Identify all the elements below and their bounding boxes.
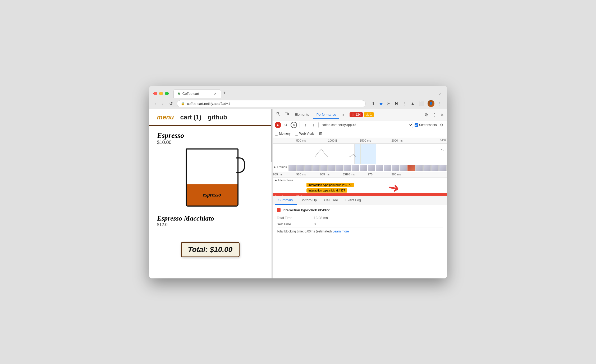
perf-toolbar: ● ↺ ⊘ ↑ ↓ coffee-cart.netlify.app #3 Scr…: [273, 120, 447, 130]
svg-rect-3: [288, 113, 289, 115]
minimize-button[interactable]: [159, 92, 163, 95]
url-bar[interactable]: 🔒 coffee-cart.netlify.app/?ad=1: [177, 100, 366, 107]
summary-color-indicator: [277, 208, 281, 212]
address-bar: ‹ › ↺ 🔒 coffee-cart.netlify.app/?ad=1 ⬆ …: [149, 98, 447, 109]
reload-button[interactable]: ↺: [168, 100, 174, 107]
detail-ruler: 955 ms 960 ms 965 ms 333. 970 ms 975 980…: [273, 172, 447, 178]
memory-checkbox-label[interactable]: Memory: [275, 132, 291, 136]
mini-frame: [360, 165, 367, 171]
scrollbar-thumb[interactable]: [271, 109, 272, 162]
frames-arrow: ►: [274, 165, 277, 169]
scrollbar[interactable]: [271, 109, 272, 278]
reload-record-button[interactable]: ↺: [283, 122, 289, 128]
web-vitals-checkbox[interactable]: [295, 132, 298, 136]
mini-frame: [336, 165, 343, 171]
devtools-close-button[interactable]: ✕: [439, 111, 445, 118]
mini-frame: [368, 165, 375, 171]
detail-980ms: 980 ms: [392, 173, 401, 176]
avatar[interactable]: 👤: [428, 100, 434, 107]
record-button[interactable]: ●: [275, 122, 281, 128]
detail-960ms: 960 ms: [296, 173, 306, 176]
total-badge: Total: $10.00: [181, 242, 240, 257]
tab-title: Coffee cart: [182, 92, 199, 96]
web-vitals-checkbox-label[interactable]: Web Vitals: [295, 132, 314, 136]
chrome-menu-icon[interactable]: ⋮: [437, 100, 443, 107]
pointerup-interaction-bar[interactable]: Interaction type:pointerup id:4377: [306, 183, 354, 187]
device-toolbar-button[interactable]: [283, 110, 291, 119]
nav-github-link[interactable]: github: [208, 114, 227, 121]
tab-chevron-icon[interactable]: ›: [437, 89, 443, 98]
devtools-more-button[interactable]: ⋮: [431, 111, 438, 119]
devtools-panel: Elements Performance » ✕ 124 ⚠ 1 ⚙ ⋮ ✕ ●: [273, 109, 447, 278]
browser-toolbar: ⬆ ★ ✂ N ⋮ ▲ ⬜ 👤 ⋮: [370, 100, 443, 107]
screenshots-checkbox[interactable]: [415, 123, 418, 127]
back-button[interactable]: ‹: [153, 100, 158, 107]
coffee-liquid: espresso: [187, 184, 237, 206]
detail-975ms: 975: [368, 173, 373, 176]
extensions-icon[interactable]: ▲: [410, 100, 416, 107]
total-time-label: Total Time: [277, 216, 314, 220]
devtools-settings-button[interactable]: ⚙: [423, 111, 430, 119]
capture-settings-button[interactable]: ⚙: [438, 121, 445, 129]
mini-frame: [400, 165, 407, 171]
more-tabs-button[interactable]: »: [340, 111, 346, 118]
tab-elements[interactable]: Elements: [292, 111, 312, 119]
mini-frame: [344, 165, 351, 171]
timeline-overview[interactable]: 500 ms 1000 || 1500 ms 2000 ms CPU NET: [273, 138, 447, 164]
selection-region: [355, 144, 376, 164]
close-button[interactable]: [153, 92, 157, 95]
cut-icon[interactable]: ✂: [386, 100, 392, 107]
svg-rect-2: [285, 113, 288, 115]
bottom-tabs: Summary Bottom-Up Call Tree Event Log: [273, 196, 447, 205]
nav-menu-link[interactable]: menu: [157, 114, 174, 121]
learn-more-link[interactable]: Learn more: [333, 230, 349, 233]
bookmark-icon[interactable]: ★: [378, 100, 384, 107]
share-icon[interactable]: ⬆: [370, 100, 376, 107]
macchiato-name: Espresso Macchiato: [157, 214, 264, 222]
error-badge[interactable]: ✕ 124: [350, 112, 363, 117]
inspect-element-button[interactable]: [275, 110, 282, 119]
macchiato-price: $12.0: [157, 222, 264, 227]
tab-bottom-up[interactable]: Bottom-Up: [297, 196, 320, 205]
mini-frame: [352, 165, 359, 171]
tab-performance[interactable]: Performance: [313, 111, 339, 119]
sidebar-icon[interactable]: ⬜: [418, 100, 425, 107]
active-tab[interactable]: V Coffee cart ✕: [173, 89, 221, 98]
stop-recording-button[interactable]: ⊘: [291, 122, 297, 128]
time-1000ms: 1000 ||: [328, 139, 337, 142]
devtools-header: Elements Performance » ✕ 124 ⚠ 1 ⚙ ⋮ ✕: [273, 109, 447, 120]
memory-checkbox[interactable]: [275, 132, 278, 136]
maximize-button[interactable]: [165, 92, 169, 95]
n-icon[interactable]: N: [394, 100, 399, 107]
download-profile-button[interactable]: ↓: [310, 122, 317, 128]
warn-badge[interactable]: ⚠ 1: [364, 112, 374, 117]
tab-close-button[interactable]: ✕: [214, 92, 217, 96]
tab-call-tree[interactable]: Call Tree: [320, 196, 342, 205]
screenshots-toggle[interactable]: Screenshots: [415, 123, 437, 127]
forward-button[interactable]: ›: [161, 100, 165, 107]
click-interaction-bar[interactable]: Interaction type:click id:4377: [306, 188, 347, 193]
upload-profile-button[interactable]: ↑: [302, 122, 309, 128]
detail-timeline[interactable]: ► Frames: [273, 164, 447, 196]
coffee-cup-label: espresso: [203, 192, 221, 198]
app-panel: menu cart (1) github Espresso $10.00 esp…: [149, 109, 273, 278]
layout-shift-text: Experience yout Shift: [275, 195, 302, 196]
error-icon: ✕: [352, 113, 354, 116]
detail-955ms: 955 ms: [273, 173, 283, 176]
perf-options: Memory Web Vitals 🗑: [273, 130, 447, 138]
summary-interaction-title: Interaction type:click id:4377: [283, 208, 330, 212]
browser-menu-icon[interactable]: ⋮: [401, 100, 407, 107]
cpu-label: CPU: [440, 138, 446, 141]
new-tab-button[interactable]: +: [221, 89, 228, 97]
interactions-label: ► Interactions: [275, 179, 293, 182]
tab-event-log[interactable]: Event Log: [342, 196, 365, 205]
url-text: coffee-cart.netlify.app/?ad=1: [187, 102, 362, 106]
clear-recordings-button[interactable]: 🗑: [319, 131, 323, 136]
profile-selector[interactable]: coffee-cart.netlify.app #3: [318, 122, 413, 128]
warn-count: 1: [370, 113, 372, 116]
tab-summary[interactable]: Summary: [275, 196, 297, 205]
nav-cart-link[interactable]: cart (1): [180, 114, 201, 121]
mini-frame: [392, 165, 399, 171]
time-2000ms: 2000 ms: [392, 139, 403, 142]
screenshots-label-text: Screenshots: [419, 123, 437, 127]
